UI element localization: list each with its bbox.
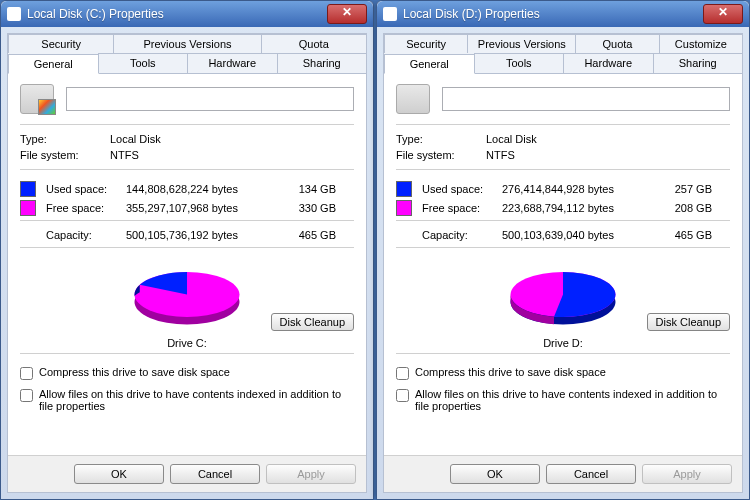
divider (20, 353, 354, 354)
free-swatch-icon (20, 200, 36, 216)
filesystem-value: NTFS (486, 149, 515, 161)
tab-general[interactable]: General (384, 54, 475, 74)
properties-dialog-d: Local Disk (D:) Properties ✕ Security Pr… (376, 0, 750, 500)
compress-checkbox-row[interactable]: Compress this drive to save disk space (396, 366, 730, 380)
cancel-button[interactable]: Cancel (170, 464, 260, 484)
compress-label: Compress this drive to save disk space (39, 366, 230, 378)
free-swatch-icon (396, 200, 412, 216)
filesystem-label: File system: (396, 149, 486, 161)
tab-security[interactable]: Security (8, 34, 114, 53)
capacity-label: Capacity: (46, 229, 126, 241)
close-button[interactable]: ✕ (703, 4, 743, 24)
type-label: Type: (396, 133, 486, 145)
used-gb: 134 GB (276, 183, 336, 195)
capacity-bytes: 500,103,639,040 bytes (502, 229, 652, 241)
usage-pie-chart (488, 260, 638, 335)
disk-cleanup-button[interactable]: Disk Cleanup (647, 313, 730, 331)
dialog-button-row: OK Cancel Apply (384, 455, 742, 492)
used-label: Used space: (422, 183, 502, 195)
tab-quota[interactable]: Quota (575, 34, 659, 53)
free-label: Free space: (46, 202, 126, 214)
free-gb: 330 GB (276, 202, 336, 214)
tab-general[interactable]: General (8, 54, 99, 74)
space-section: Used space: 144,808,628,224 bytes 134 GB… (20, 178, 354, 243)
index-label: Allow files on this drive to have conten… (415, 388, 730, 412)
compress-checkbox[interactable] (20, 367, 33, 380)
tab-previous-versions[interactable]: Previous Versions (467, 34, 576, 53)
index-checkbox-row[interactable]: Allow files on this drive to have conten… (20, 388, 354, 412)
tab-tools[interactable]: Tools (474, 53, 565, 73)
drive-name-input[interactable] (442, 87, 730, 111)
usage-pie-chart (112, 260, 262, 335)
drive-name-input[interactable] (66, 87, 354, 111)
used-label: Used space: (46, 183, 126, 195)
tab-hardware[interactable]: Hardware (563, 53, 654, 73)
index-checkbox-row[interactable]: Allow files on this drive to have conten… (396, 388, 730, 412)
used-swatch-icon (20, 181, 36, 197)
index-label: Allow files on this drive to have conten… (39, 388, 354, 412)
titlebar[interactable]: Local Disk (D:) Properties ✕ (377, 1, 749, 27)
filesystem-value: NTFS (110, 149, 139, 161)
cancel-button[interactable]: Cancel (546, 464, 636, 484)
divider (20, 124, 354, 125)
capacity-gb: 465 GB (276, 229, 336, 241)
apply-button[interactable]: Apply (642, 464, 732, 484)
tab-security[interactable]: Security (384, 34, 468, 53)
apply-button[interactable]: Apply (266, 464, 356, 484)
properties-dialog-c: Local Disk (C:) Properties ✕ Security Pr… (0, 0, 374, 500)
drive-icon (383, 7, 397, 21)
window-title: Local Disk (C:) Properties (27, 7, 327, 21)
divider (20, 247, 354, 248)
general-panel: Type: Local Disk File system: NTFS Used … (384, 74, 742, 455)
close-button[interactable]: ✕ (327, 4, 367, 24)
capacity-label: Capacity: (422, 229, 502, 241)
tab-strip: Security Previous Versions Quota Customi… (384, 34, 742, 74)
compress-checkbox[interactable] (396, 367, 409, 380)
type-value: Local Disk (486, 133, 537, 145)
type-label: Type: (20, 133, 110, 145)
compress-checkbox-row[interactable]: Compress this drive to save disk space (20, 366, 354, 380)
tab-customize[interactable]: Customize (659, 34, 743, 53)
capacity-gb: 465 GB (652, 229, 712, 241)
divider (396, 169, 730, 170)
used-swatch-icon (396, 181, 412, 197)
ok-button[interactable]: OK (74, 464, 164, 484)
general-panel: Type: Local Disk File system: NTFS Used … (8, 74, 366, 455)
tab-sharing[interactable]: Sharing (653, 53, 744, 73)
used-gb: 257 GB (652, 183, 712, 195)
drive-large-icon (396, 84, 430, 114)
pie-chart-area: Disk Cleanup (396, 260, 730, 335)
index-checkbox[interactable] (396, 389, 409, 402)
dialog-button-row: OK Cancel Apply (8, 455, 366, 492)
tab-hardware[interactable]: Hardware (187, 53, 278, 73)
pie-label: Drive C: (20, 337, 354, 349)
index-checkbox[interactable] (20, 389, 33, 402)
divider (20, 169, 354, 170)
free-bytes: 223,688,794,112 bytes (502, 202, 652, 214)
compress-label: Compress this drive to save disk space (415, 366, 606, 378)
ok-button[interactable]: OK (450, 464, 540, 484)
divider (396, 247, 730, 248)
divider (20, 220, 354, 221)
free-bytes: 355,297,107,968 bytes (126, 202, 276, 214)
tab-strip: Security Previous Versions Quota General… (8, 34, 366, 74)
type-value: Local Disk (110, 133, 161, 145)
tab-quota[interactable]: Quota (261, 34, 367, 53)
tab-tools[interactable]: Tools (98, 53, 189, 73)
titlebar[interactable]: Local Disk (C:) Properties ✕ (1, 1, 373, 27)
pie-chart-area: Disk Cleanup (20, 260, 354, 335)
filesystem-label: File system: (20, 149, 110, 161)
tab-sharing[interactable]: Sharing (277, 53, 368, 73)
disk-cleanup-button[interactable]: Disk Cleanup (271, 313, 354, 331)
free-label: Free space: (422, 202, 502, 214)
divider (396, 353, 730, 354)
dialog-frame: Security Previous Versions Quota Customi… (383, 33, 743, 493)
tab-previous-versions[interactable]: Previous Versions (113, 34, 261, 53)
used-bytes: 144,808,628,224 bytes (126, 183, 276, 195)
dialog-frame: Security Previous Versions Quota General… (7, 33, 367, 493)
capacity-bytes: 500,105,736,192 bytes (126, 229, 276, 241)
pie-label: Drive D: (396, 337, 730, 349)
divider (396, 124, 730, 125)
window-title: Local Disk (D:) Properties (403, 7, 703, 21)
drive-large-icon (20, 84, 54, 114)
